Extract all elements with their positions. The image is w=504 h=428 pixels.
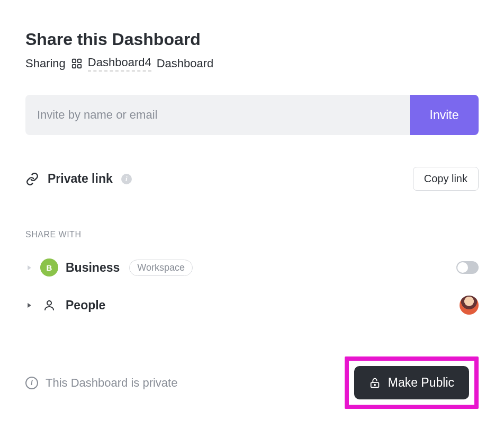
footer-row: i This Dashboard is private Make Public	[25, 356, 479, 409]
invite-button[interactable]: Invite	[410, 95, 479, 135]
invite-row: Invite	[25, 95, 479, 135]
dashboard-icon	[71, 58, 83, 69]
svg-point-4	[47, 301, 51, 305]
dialog-title: Share this Dashboard	[25, 30, 479, 49]
share-item-people[interactable]: People	[25, 296, 479, 315]
share-item-name: People	[66, 298, 105, 313]
highlight-annotation: Make Public	[345, 356, 479, 409]
invite-input[interactable]	[25, 95, 410, 135]
info-icon[interactable]: i	[25, 377, 38, 389]
private-link-label: Private link	[48, 172, 113, 186]
breadcrumb-prefix: Sharing	[25, 57, 66, 70]
svg-point-6	[374, 384, 375, 385]
copy-link-button[interactable]: Copy link	[413, 167, 479, 191]
user-avatar[interactable]	[460, 296, 479, 315]
share-with-label: SHARE WITH	[25, 230, 479, 239]
info-icon[interactable]: i	[121, 174, 132, 184]
svg-rect-3	[78, 65, 81, 68]
svg-rect-0	[73, 59, 76, 63]
svg-rect-2	[73, 65, 76, 68]
private-link-row: Private link i Copy link	[25, 167, 479, 191]
make-public-button[interactable]: Make Public	[354, 366, 469, 399]
workspace-avatar: B	[40, 258, 58, 277]
share-item-business[interactable]: B Business Workspace	[25, 258, 479, 277]
unlock-icon	[369, 377, 381, 389]
person-icon	[40, 299, 58, 311]
link-icon	[25, 172, 39, 186]
chevron-right-icon[interactable]	[25, 265, 33, 271]
breadcrumb-dashboard-name[interactable]: Dashboard4	[88, 56, 151, 72]
workspace-badge: Workspace	[129, 260, 193, 276]
breadcrumb-type: Dashboard	[157, 57, 214, 70]
chevron-right-icon[interactable]	[25, 302, 33, 308]
share-item-name: Business	[66, 261, 120, 275]
breadcrumb: Sharing Dashboard4 Dashboard	[25, 56, 479, 72]
make-public-label: Make Public	[388, 376, 454, 390]
privacy-status-text: This Dashboard is private	[46, 376, 177, 390]
share-business-toggle[interactable]	[456, 261, 479, 274]
svg-rect-1	[78, 59, 81, 63]
